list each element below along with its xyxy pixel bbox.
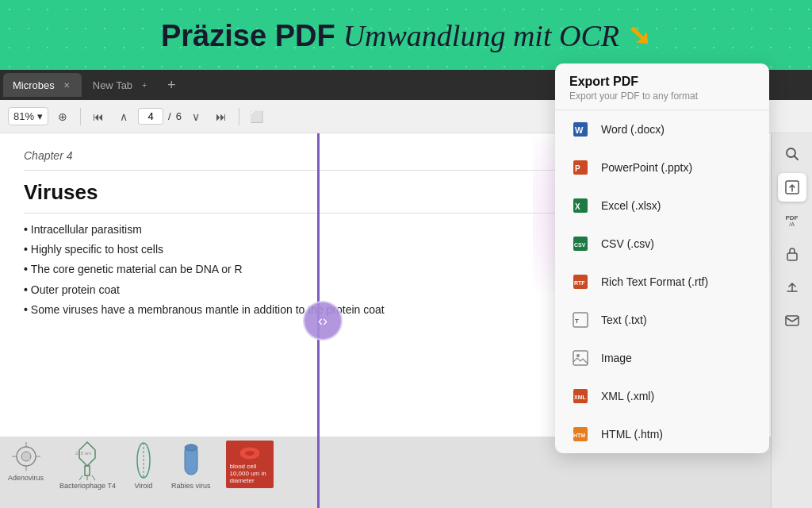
svg-rect-22 [786,316,799,325]
svg-line-8 [79,475,82,480]
export-subtitle: Export your PDF to any format [569,90,755,102]
sidebar-export-button[interactable] [778,173,806,202]
figure-bacteriophage: 225 nm Bacteriophage T4 [59,441,116,490]
banner-text: Präzise PDF Umwandlung mit OCR ➘ [161,18,651,53]
sidebar-pdfa-button[interactable]: PDF /A [778,206,806,235]
zoom-value: 81% [13,110,34,122]
tab-close-microbes[interactable]: ✕ [61,79,72,90]
tab-new-tab-label: New Tab [93,79,132,91]
txt-label: Text (.txt) [601,314,647,326]
present-button[interactable]: ⬜ [246,106,268,128]
tab-microbes[interactable]: Microbes ✕ [3,73,82,97]
figure-blood-cell: blood cell 10,000 um in diameter [226,441,274,488]
svg-rect-35 [573,351,588,365]
last-page-button[interactable]: ⏭ [210,106,232,128]
toolbar-separator-1 [80,108,81,125]
export-title: Export PDF [569,75,755,89]
svg-point-17 [245,451,255,456]
banner-normal-text: Präzise PDF [161,19,335,53]
zoom-control[interactable]: 81% ▾ [8,107,48,125]
html-label: HTML (.htm) [601,428,663,441]
svg-text:HTM: HTM [573,433,585,438]
page-navigation: / 6 [138,108,182,125]
export-txt[interactable]: T Text (.txt) [555,301,769,339]
export-rtf[interactable]: RTF Rich Text Format (.rtf) [555,263,769,301]
export-html[interactable]: HTM HTML (.htm) [555,415,769,453]
export-powerpoint[interactable]: P PowerPoint (.pptx) [555,148,769,187]
zoom-dropdown-arrow: ▾ [37,110,43,122]
svg-point-1 [21,452,31,461]
svg-rect-7 [85,466,90,475]
svg-text:P: P [575,164,580,173]
total-pages: 6 [176,110,182,122]
export-csv[interactable]: CSV CSV (.csv) [555,225,769,263]
page-separator: / [168,110,171,122]
excel-label: Excel (.xlsx) [601,199,661,212]
rtf-label: Rich Text Format (.rtf) [601,275,708,288]
svg-text:RTF: RTF [574,280,585,286]
figure-bacteriophage-label: Bacteriophage T4 [59,482,116,490]
nav-circle-icon: ‹› [318,313,327,329]
svg-text:X: X [575,202,580,211]
ppt-icon: P [569,156,592,179]
export-xml[interactable]: XML XML (.xml) [555,377,769,415]
banner-arrow: ➘ [627,19,651,52]
svg-text:CSV: CSV [574,242,586,248]
svg-point-36 [576,354,580,357]
tab-new-tab[interactable]: New Tab + [83,73,159,97]
tab-close-new[interactable]: + [139,79,150,90]
sidebar-lock-button[interactable] [778,240,806,268]
image-icon [569,347,592,369]
new-tab-button[interactable]: + [161,78,182,92]
add-page-button[interactable]: ⊕ [52,106,74,128]
svg-text:225 nm: 225 nm [75,451,91,456]
toolbar-separator-2 [239,108,239,125]
export-excel[interactable]: X Excel (.xlsx) [555,187,769,225]
figure-viroid: Viroid [132,441,155,490]
csv-label: CSV (.csv) [601,237,654,250]
top-banner: Präzise PDF Umwandlung mit OCR ➘ [0,0,812,71]
svg-line-10 [92,475,95,480]
xml-label: XML (.xml) [601,390,654,402]
html-icon: HTM [569,423,592,445]
svg-rect-15 [185,444,197,451]
next-page-button[interactable]: ∨ [185,106,207,128]
excel-icon: X [569,194,592,217]
svg-text:XML: XML [574,394,587,400]
ppt-label: PowerPoint (.pptx) [601,161,692,174]
export-header: Export PDF Export your PDF to any format [555,64,769,110]
word-icon: W [569,118,592,140]
sidebar-search-button[interactable] [778,140,806,168]
svg-line-19 [794,156,798,160]
export-pdf-dropdown: Export PDF Export your PDF to any format… [555,64,769,453]
pdf-nav-circle[interactable]: ‹› [303,301,343,341]
banner-cursive-text: Umwandlung mit OCR [343,18,619,53]
image-label: Image [601,352,632,364]
sidebar-mail-button[interactable] [778,306,806,335]
xml-icon: XML [569,385,592,407]
figure-rabies: Rabies virus [171,441,211,490]
sidebar-share-button[interactable] [778,273,806,302]
page-input[interactable] [138,108,163,125]
rtf-icon: RTF [569,271,592,293]
right-sidebar: PDF /A [771,133,812,508]
svg-text:W: W [575,125,584,135]
figure-adenovirus-label: Adenovirus [8,474,44,482]
figure-rabies-label: Rabies virus [171,482,211,490]
first-page-button[interactable]: ⏮ [87,106,109,128]
tab-microbes-label: Microbes [13,79,55,91]
figure-viroid-label: Viroid [134,482,152,490]
word-label: Word (.docx) [601,123,665,136]
svg-text:T: T [575,318,579,325]
export-image[interactable]: Image [555,339,769,377]
export-word[interactable]: W Word (.docx) [555,110,769,148]
prev-page-button[interactable]: ∧ [113,106,135,128]
figure-adenovirus: Adenovirus [8,441,44,482]
txt-icon: T [569,309,592,331]
figure-blood-cell-label: blood cell 10,000 um in diameter [229,463,270,484]
svg-rect-21 [787,253,797,260]
csv-icon: CSV [569,233,592,255]
